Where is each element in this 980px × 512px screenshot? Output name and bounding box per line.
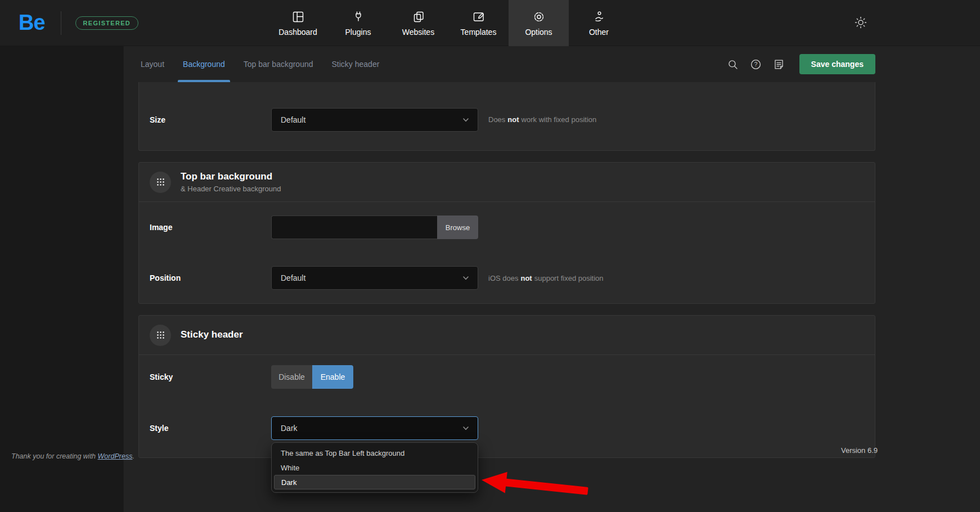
style-option-same-as-top-bar[interactable]: The same as Top Bar Left background [272, 446, 478, 460]
drag-handle[interactable] [150, 172, 171, 193]
thanks-text: Thank you for creating with [11, 452, 96, 460]
tab-layout[interactable]: Layout [141, 46, 164, 82]
nav-label: Options [525, 28, 552, 37]
nav-label: Dashboard [278, 28, 317, 37]
style-select-wrap: Dark The same as Top Bar Left background… [271, 416, 478, 440]
style-select-value: Dark [281, 424, 298, 433]
left-sidebar: Thank you for creating with WordPress. [0, 46, 124, 512]
options-content: Size Default Doesnotwork with fixed posi… [124, 82, 980, 458]
drag-dots-icon [156, 177, 165, 187]
page-body: Thank you for creating with WordPress. L… [0, 46, 980, 512]
sticky-enable-button[interactable]: Enable [312, 365, 353, 389]
nav-item-other[interactable]: Other [569, 0, 629, 46]
websites-icon [412, 10, 425, 24]
header-divider [61, 11, 61, 35]
section-subtitle: & Header Creative background [181, 185, 281, 193]
style-option-dark[interactable]: Dark [274, 475, 475, 489]
panel-top-bar-background: Top bar background & Header Creative bac… [138, 162, 875, 304]
size-hint: Doesnotwork with fixed position [488, 115, 596, 124]
nav-item-options[interactable]: Options [509, 0, 569, 46]
sticky-disable-button[interactable]: Disable [271, 365, 312, 389]
nav-label: Templates [461, 28, 497, 37]
section-title: Top bar background [181, 171, 281, 182]
nav-label: Plugins [345, 28, 371, 37]
image-row: Image Browse [139, 202, 875, 253]
search-icon[interactable] [727, 59, 739, 70]
chevron-down-icon [462, 424, 470, 432]
drag-handle[interactable] [150, 325, 171, 346]
sticky-section-header: Sticky header [139, 316, 875, 355]
options-tabbar: Layout Background Top bar background Sti… [124, 46, 980, 82]
style-select[interactable]: Dark [271, 416, 478, 440]
chevron-down-icon [462, 116, 470, 124]
be-logo: Be [19, 11, 45, 35]
image-label: Image [150, 223, 271, 232]
nav-label: Websites [402, 28, 434, 37]
position-row: Position Default iOS doesnotsupport fixe… [139, 253, 875, 303]
nav-item-websites[interactable]: Websites [388, 0, 448, 46]
templates-icon [472, 10, 485, 24]
main-nav: Dashboard Plugins Websites Templates Opt… [268, 0, 629, 46]
size-row: Size Default Doesnotwork with fixed posi… [139, 108, 875, 132]
tabbar-actions: ? Save changes [716, 46, 875, 82]
style-dropdown: The same as Top Bar Left background Whit… [271, 442, 478, 493]
main-area: Layout Background Top bar background Sti… [124, 46, 980, 512]
position-label: Position [150, 273, 271, 282]
wordpress-thanks: Thank you for creating with WordPress. [11, 452, 134, 460]
nav-item-dashboard[interactable]: Dashboard [268, 0, 328, 46]
style-row: Style Dark The same as Top Bar Left back… [139, 399, 875, 457]
section-title: Sticky header [181, 329, 243, 340]
tab-top-bar-background[interactable]: Top bar background [244, 46, 313, 82]
help-icon[interactable]: ? [750, 59, 762, 70]
theme-brightness-toggle[interactable] [854, 16, 867, 29]
style-label: Style [150, 424, 271, 433]
drag-dots-icon [156, 330, 165, 340]
save-changes-button[interactable]: Save changes [799, 54, 875, 74]
nav-label: Other [589, 28, 609, 37]
version-label: Version 6.9 [841, 446, 878, 455]
image-url-input[interactable] [271, 215, 437, 239]
sticky-row: Sticky Disable Enable [139, 355, 875, 399]
tab-sticky-header[interactable]: Sticky header [332, 46, 380, 82]
svg-text:?: ? [754, 61, 757, 68]
size-label: Size [150, 115, 271, 124]
nav-item-templates[interactable]: Templates [448, 0, 509, 46]
plugins-icon [352, 10, 365, 24]
image-input-group: Browse [271, 215, 478, 239]
changelog-notes-icon[interactable] [773, 59, 785, 70]
style-option-white[interactable]: White [272, 460, 478, 475]
panel-background-bottom: Size Default Doesnotwork with fixed posi… [138, 82, 875, 151]
other-support-icon [592, 10, 606, 24]
dashboard-icon [291, 10, 305, 24]
position-select[interactable]: Default [271, 266, 478, 290]
chevron-down-icon [462, 274, 470, 282]
size-select-value: Default [281, 115, 305, 124]
nav-item-plugins[interactable]: Plugins [328, 0, 388, 46]
sun-icon [854, 16, 867, 29]
browse-button[interactable]: Browse [437, 215, 478, 239]
registered-badge: REGISTERED [75, 16, 139, 30]
position-hint: iOS doesnotsupport fixed position [488, 274, 604, 282]
topbar-section-header: Top bar background & Header Creative bac… [139, 163, 875, 202]
tab-background[interactable]: Background [183, 46, 225, 82]
position-select-value: Default [281, 273, 305, 282]
sticky-label: Sticky [150, 372, 271, 381]
size-select[interactable]: Default [271, 108, 478, 132]
options-gear-icon [532, 10, 546, 24]
panel-sticky-header: Sticky header Sticky Disable Enable Styl… [138, 315, 875, 458]
sticky-toggle-group: Disable Enable [271, 365, 353, 389]
top-header: Be REGISTERED Dashboard Plugins Websites [0, 0, 980, 46]
